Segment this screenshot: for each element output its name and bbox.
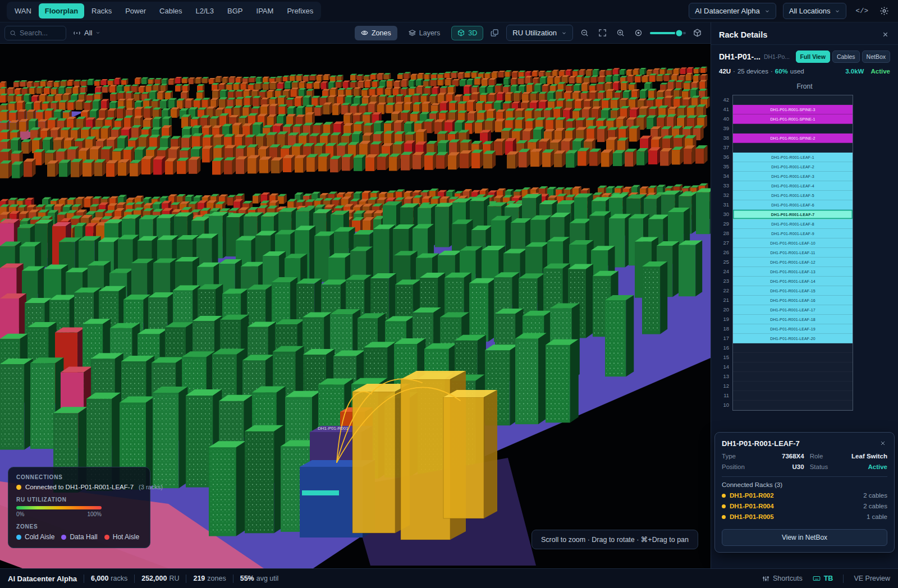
- connected-racks-title: Connected Racks (3): [722, 481, 887, 488]
- fullscreen-button[interactable]: [596, 26, 609, 39]
- opacity-slider-knob[interactable]: [676, 30, 682, 36]
- selected-rack-label: DH1-P01-R001: [318, 426, 349, 431]
- rack-unit-number: 20: [719, 305, 732, 314]
- shortcuts-button[interactable]: Shortcuts: [762, 575, 803, 582]
- search-icon: [10, 30, 16, 36]
- locations-select[interactable]: All Locations: [783, 3, 847, 19]
- rack-summary: 42U · 25 devices · 60% used 3.0kW Active: [711, 63, 898, 76]
- eye-icon: [361, 29, 368, 36]
- view-mode-select[interactable]: RU Utilization: [506, 25, 573, 41]
- rack-device[interactable]: DH1-P01-R001-LEAF-9: [733, 229, 853, 238]
- box-view-button[interactable]: [691, 26, 704, 39]
- locations-select-value: All Locations: [789, 7, 831, 15]
- rack-device[interactable]: DH1-P01-R001-LEAF-5: [733, 191, 853, 200]
- zones-toggle[interactable]: Zones: [355, 26, 397, 40]
- close-popup-button[interactable]: [878, 439, 887, 448]
- rack-device[interactable]: DH1-P01-R001-LEAF-7: [733, 210, 853, 219]
- rack-device[interactable]: DH1-P01-R001-LEAF-2: [733, 162, 853, 172]
- status-racks: 6,000racks: [91, 575, 127, 582]
- ve-preview-button[interactable]: VE Preview: [854, 575, 890, 582]
- tab-ipam[interactable]: IPAM: [250, 3, 280, 19]
- cables-button[interactable]: Cables: [832, 50, 860, 63]
- rack-device[interactable]: DH1-P01-R001-SPINE-1: [733, 114, 853, 124]
- code-button[interactable]: </>: [853, 5, 870, 17]
- scope-filter-select[interactable]: All: [73, 29, 100, 37]
- rack-device[interactable]: DH1-P01-R001-LEAF-18: [733, 315, 853, 324]
- connected-rack-row[interactable]: DH1-P01-R005 1 cable: [722, 513, 887, 520]
- settings-button[interactable]: [877, 4, 891, 18]
- netbox-button[interactable]: NetBox: [862, 50, 890, 63]
- rack-unit-number: 15: [719, 352, 732, 362]
- rack-device[interactable]: DH1-P01-R001-SPINE-3: [733, 105, 853, 114]
- connection-dot: [722, 504, 726, 508]
- floors-button[interactable]: [488, 26, 501, 39]
- tab-floorplan[interactable]: Floorplan: [39, 3, 84, 19]
- opacity-button[interactable]: [632, 26, 645, 39]
- rack-title-row: DH1-P01-... DH1-Po... Full View Cables N…: [711, 45, 898, 63]
- data-hall-dot: [61, 535, 66, 540]
- connected-rack-row[interactable]: DH1-P01-R002 2 cables: [722, 492, 887, 499]
- rack-device[interactable]: DH1-P01-R001-LEAF-19: [733, 324, 853, 334]
- zoom-out-button[interactable]: [578, 26, 591, 39]
- rack-device[interactable]: DH1-P01-R001-LEAF-16: [733, 296, 853, 305]
- rack-unit-number: 19: [719, 314, 732, 324]
- panel-title: Rack Details: [719, 30, 767, 39]
- rack-device[interactable]: DH1-P01-R001-LEAF-4: [733, 181, 853, 191]
- connected-rack-row[interactable]: DH1-P01-R004 2 cables: [722, 503, 887, 509]
- opacity-slider[interactable]: [650, 32, 686, 34]
- tab-cables[interactable]: Cables: [153, 3, 188, 19]
- rack-device[interactable]: DH1-P01-R001-LEAF-17: [733, 305, 853, 315]
- rack-device[interactable]: DH1-P01-R001-LEAF-8: [733, 219, 853, 229]
- rack-unit-number: 35: [719, 162, 732, 171]
- rack-device[interactable]: DH1-P01-R001-LEAF-13: [733, 267, 853, 277]
- tab-wan[interactable]: WAN: [8, 3, 38, 19]
- view-in-netbox-button[interactable]: View in NetBox: [722, 529, 887, 546]
- nav-tabs: WAN Floorplan Racks Power Cables L2/L3 B…: [7, 2, 321, 20]
- rack-device[interactable]: DH1-P01-R001-SPINE-2: [733, 134, 853, 143]
- rack-unit-number: 40: [719, 114, 732, 123]
- chevron-down-icon: [835, 8, 840, 14]
- tb-toggle[interactable]: TB: [813, 575, 833, 582]
- rack-device[interactable]: DH1-P01-R001-LEAF-6: [733, 200, 853, 210]
- floorplan-canvas[interactable]: DH1-P01-R001 CONNECTIONS Connected to DH…: [0, 44, 711, 568]
- tab-bgp[interactable]: BGP: [221, 3, 249, 19]
- datacenter-select[interactable]: AI Datacenter Alpha: [689, 3, 776, 19]
- rack-unit-number: 14: [719, 362, 732, 371]
- legend-zone-data-hall: Data Hall: [61, 533, 97, 541]
- 3d-toggle[interactable]: 3D: [451, 26, 483, 40]
- divider: [84, 575, 84, 583]
- zoom-in-button[interactable]: [614, 26, 627, 39]
- rack-status-badge: Active: [870, 68, 890, 75]
- device-status: Active: [833, 463, 887, 470]
- rack-device[interactable]: DH1-P01-R001-LEAF-14: [733, 277, 853, 286]
- rack-device[interactable]: DH1-P01-R001-LEAF-20: [733, 334, 853, 343]
- tab-prefixes[interactable]: Prefixes: [281, 3, 319, 19]
- gear-icon: [879, 6, 889, 16]
- cold-aisle-dot: [16, 535, 21, 540]
- rack-unit-number: 30: [719, 209, 732, 219]
- rack-device[interactable]: DH1-P01-R001-LEAF-3: [733, 172, 853, 181]
- top-nav: WAN Floorplan Racks Power Cables L2/L3 B…: [0, 0, 898, 22]
- status-bar: AI Datacenter Alpha 6,000racks 252,000RU…: [0, 568, 898, 588]
- tab-l2l3[interactable]: L2/L3: [190, 3, 221, 19]
- rack-device[interactable]: DH1-P01-R001-LEAF-1: [733, 153, 853, 162]
- rack-device[interactable]: DH1-P01-R001-LEAF-12: [733, 258, 853, 267]
- rack-device[interactable]: DH1-P01-R001-LEAF-10: [733, 238, 853, 248]
- rack-elevation[interactable]: DH1-P01-R001-SPINE-3DH1-P01-R001-SPINE-1…: [732, 95, 853, 411]
- rack-device[interactable]: DH1-P01-R001-LEAF-15: [733, 286, 853, 296]
- rack-unit-empty: [733, 124, 853, 134]
- close-panel-button[interactable]: [881, 30, 890, 39]
- rack-unit-number: 41: [719, 104, 732, 114]
- fullscreen-icon: [598, 29, 607, 37]
- tab-power[interactable]: Power: [119, 3, 152, 19]
- chevron-down-icon: [764, 8, 770, 14]
- full-view-button[interactable]: Full View: [796, 50, 830, 63]
- search-input[interactable]: [20, 29, 61, 37]
- layers-toggle[interactable]: Layers: [402, 26, 447, 40]
- rack-unit-number: 29: [719, 219, 732, 228]
- rack-unit-number: 24: [719, 267, 732, 276]
- opacity-slider-fill: [650, 32, 679, 34]
- tab-racks[interactable]: Racks: [85, 3, 118, 19]
- rack-device[interactable]: DH1-P01-R001-LEAF-11: [733, 248, 853, 258]
- cube-icon: [457, 29, 465, 36]
